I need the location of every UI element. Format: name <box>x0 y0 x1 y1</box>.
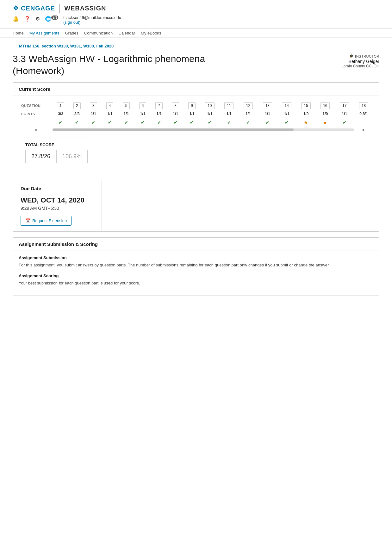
due-date-left: Due Date WED, OCT 14, 2020 9:29 AM GMT+5… <box>13 180 102 231</box>
nav-my-ebooks[interactable]: My eBooks <box>141 31 161 35</box>
status-17: ✔ <box>335 118 354 127</box>
help-icon[interactable]: ❓ <box>24 16 30 22</box>
main-nav: Home My Assignments Grades Communication… <box>0 29 392 38</box>
q12[interactable]: 12 <box>239 102 258 110</box>
current-score-card: Current Score QUESTION 1 2 3 4 5 6 7 8 9 <box>13 82 379 174</box>
q18[interactable]: 18 <box>354 102 373 110</box>
instructor-name: Bethany Geiger <box>341 59 379 64</box>
score-display: 27.8/26 106.9% <box>25 150 88 163</box>
calendar-plus-icon: 📅 <box>25 218 30 223</box>
globe-icon[interactable]: 🌐EN <box>45 16 58 22</box>
due-date-title: Due Date <box>21 186 94 191</box>
pts-15: 1/0 <box>296 110 316 118</box>
scoring-text: Your best submission for each question p… <box>19 280 373 286</box>
q17[interactable]: 17 <box>335 102 354 110</box>
nav-home[interactable]: Home <box>13 31 24 35</box>
q13[interactable]: 13 <box>258 102 277 110</box>
status-6: ✔ <box>134 118 151 127</box>
status-8: ✔ <box>167 118 184 127</box>
q10[interactable]: 10 <box>200 102 219 110</box>
q16[interactable]: 16 <box>315 102 335 110</box>
instructor-label: 🎓 INSTRUCTOR <box>341 54 379 58</box>
scroll-left-arrow[interactable]: ◄ <box>19 127 53 133</box>
settings-icon[interactable]: ⚙ <box>35 16 40 22</box>
bell-icon[interactable]: 🔔 <box>13 16 19 22</box>
user-email: t.jackson49@mail.lorainccc.edu <box>63 15 121 20</box>
status-7: ✔ <box>151 118 167 127</box>
q3[interactable]: 3 <box>85 102 102 110</box>
q14[interactable]: 14 <box>277 102 296 110</box>
pts-9: 1/1 <box>184 110 200 118</box>
status-15: ★ <box>296 118 316 127</box>
q4[interactable]: 4 <box>102 102 118 110</box>
points-label: POINTS <box>19 110 53 118</box>
pts-7: 1/1 <box>151 110 167 118</box>
status-14: ✔ <box>277 118 296 127</box>
status-13: ✔ <box>258 118 277 127</box>
q15[interactable]: 15 <box>296 102 316 110</box>
q5[interactable]: 5 <box>118 102 134 110</box>
status-18 <box>354 118 373 127</box>
pts-1: 3/3 <box>53 110 69 118</box>
logo-row: ❖ CENGAGE WEBASSIGN <box>13 4 379 13</box>
q9[interactable]: 9 <box>184 102 200 110</box>
pts-17: 1/1 <box>335 110 354 118</box>
status-4: ✔ <box>102 118 118 127</box>
status-label-empty <box>19 118 53 127</box>
pts-12: 1/1 <box>239 110 258 118</box>
score-raw: 27.8/26 <box>25 150 56 163</box>
nav-communication[interactable]: Communication <box>84 31 113 35</box>
current-score-title: Current Score <box>19 86 373 92</box>
pts-2: 3/3 <box>69 110 85 118</box>
nav-row: Home My Assignments Grades Communication… <box>13 31 379 35</box>
request-extension-label: Request Extension <box>32 218 67 223</box>
sign-out-link[interactable]: (sign out) <box>63 20 80 25</box>
breadcrumb-text: MTHM 158, section W130, W131, W100, Fall… <box>19 44 114 48</box>
instructor-location: Lorain County CC, OH <box>341 64 379 68</box>
due-date-date: WED, OCT 14, 2020 <box>21 196 94 204</box>
pts-6: 1/1 <box>134 110 151 118</box>
pts-10: 1/1 <box>200 110 219 118</box>
cengage-text: CENGAGE <box>21 5 55 12</box>
scrollbar-thumb[interactable] <box>53 128 294 131</box>
status-12: ✔ <box>239 118 258 127</box>
score-percent: 106.9% <box>56 150 88 163</box>
pts-4: 1/1 <box>102 110 118 118</box>
q8[interactable]: 8 <box>167 102 184 110</box>
q7[interactable]: 7 <box>151 102 167 110</box>
status-9: ✔ <box>184 118 200 127</box>
pts-16: 1/0 <box>315 110 335 118</box>
due-date-time: 9:29 AM GMT+5:30 <box>21 206 94 211</box>
main-content: Current Score QUESTION 1 2 3 4 5 6 7 8 9 <box>0 82 392 314</box>
points-row: POINTS 3/3 3/3 1/1 1/1 1/1 1/1 1/1 1/1 1… <box>19 110 373 118</box>
due-date-right <box>102 180 379 231</box>
q11[interactable]: 11 <box>219 102 239 110</box>
nav-grades[interactable]: Grades <box>65 31 78 35</box>
current-score-header: Current Score <box>13 83 379 96</box>
status-2: ✔ <box>69 118 85 127</box>
request-extension-button[interactable]: 📅 Request Extension <box>21 216 72 226</box>
scrollbar-track[interactable] <box>53 128 354 131</box>
submission-text: For this assignment, you submit answers … <box>19 262 373 268</box>
back-arrow-icon: ← <box>13 43 17 48</box>
current-score-body: QUESTION 1 2 3 4 5 6 7 8 9 10 11 12 13 <box>13 96 379 174</box>
score-table-wrapper[interactable]: QUESTION 1 2 3 4 5 6 7 8 9 10 11 12 13 <box>19 102 373 133</box>
q6[interactable]: 6 <box>134 102 151 110</box>
breadcrumb-link[interactable]: ← MTHM 158, section W130, W131, W100, Fa… <box>13 43 379 48</box>
pts-8: 1/1 <box>167 110 184 118</box>
scroll-right-arrow[interactable]: ► <box>354 127 373 133</box>
status-10: ✔ <box>200 118 219 127</box>
submission-scoring-header: Assignment Submission & Scoring <box>13 238 379 251</box>
submission-label: Assignment Submission <box>19 255 373 260</box>
q2[interactable]: 2 <box>69 102 85 110</box>
scrollbar-track-cell[interactable] <box>53 127 354 133</box>
status-5: ✔ <box>118 118 134 127</box>
submission-scoring-title: Assignment Submission & Scoring <box>19 241 373 247</box>
nav-calendar[interactable]: Calendar <box>118 31 135 35</box>
due-date-card: Due Date WED, OCT 14, 2020 9:29 AM GMT+5… <box>13 180 379 232</box>
cengage-logo: ❖ CENGAGE <box>13 4 55 12</box>
pts-11: 1/1 <box>219 110 239 118</box>
nav-my-assignments[interactable]: My Assignments <box>29 31 59 35</box>
pts-3: 1/1 <box>85 110 102 118</box>
q1[interactable]: 1 <box>53 102 69 110</box>
